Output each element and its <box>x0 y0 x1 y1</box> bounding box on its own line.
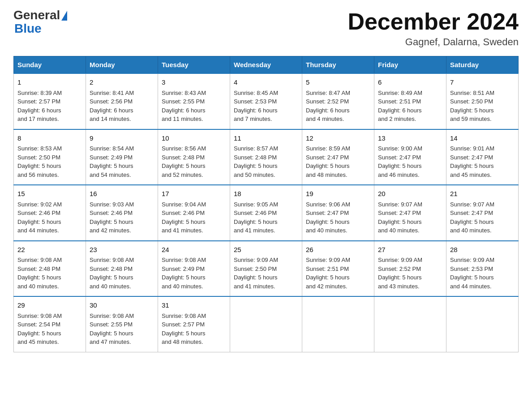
day-number: 9 <box>90 133 154 144</box>
calendar-cell: 31Sunrise: 9:08 AM Sunset: 2:57 PM Dayli… <box>158 296 230 352</box>
day-number: 22 <box>17 245 82 255</box>
day-number: 21 <box>450 189 515 199</box>
calendar-body: 1Sunrise: 8:39 AM Sunset: 2:57 PM Daylig… <box>14 73 519 352</box>
location-title: Gagnef, Dalarna, Sweden <box>348 36 519 48</box>
calendar-cell: 29Sunrise: 9:08 AM Sunset: 2:54 PM Dayli… <box>14 296 86 352</box>
calendar-cell: 19Sunrise: 9:06 AM Sunset: 2:47 PM Dayli… <box>302 185 374 241</box>
calendar-cell: 8Sunrise: 8:53 AM Sunset: 2:50 PM Daylig… <box>14 129 86 185</box>
calendar-cell: 13Sunrise: 9:00 AM Sunset: 2:47 PM Dayli… <box>374 129 446 185</box>
calendar-cell: 15Sunrise: 9:02 AM Sunset: 2:46 PM Dayli… <box>14 185 86 241</box>
day-info: Sunrise: 9:09 AM Sunset: 2:53 PM Dayligh… <box>450 256 515 291</box>
day-info: Sunrise: 8:57 AM Sunset: 2:48 PM Dayligh… <box>234 144 298 179</box>
logo-blue: Blue <box>14 21 42 35</box>
day-number: 3 <box>162 77 226 88</box>
day-info: Sunrise: 8:56 AM Sunset: 2:48 PM Dayligh… <box>162 144 226 179</box>
day-number: 4 <box>234 77 298 88</box>
day-number: 2 <box>90 77 154 88</box>
day-number: 19 <box>306 189 370 199</box>
calendar-table: SundayMondayTuesdayWednesdayThursdayFrid… <box>13 56 519 352</box>
header-saturday: Saturday <box>446 56 519 74</box>
page-header: General Blue December 2024 Gagnef, Dalar… <box>13 9 519 48</box>
day-info: Sunrise: 9:04 AM Sunset: 2:46 PM Dayligh… <box>162 200 226 235</box>
day-number: 5 <box>306 77 370 88</box>
day-number: 6 <box>378 77 442 88</box>
calendar-cell: 22Sunrise: 9:08 AM Sunset: 2:48 PM Dayli… <box>14 241 86 297</box>
calendar-row: 15Sunrise: 9:02 AM Sunset: 2:46 PM Dayli… <box>14 185 519 241</box>
day-number: 31 <box>162 300 226 311</box>
month-year-title: December 2024 <box>348 9 519 34</box>
calendar-cell: 25Sunrise: 9:09 AM Sunset: 2:50 PM Dayli… <box>230 241 302 297</box>
calendar-cell: 10Sunrise: 8:56 AM Sunset: 2:48 PM Dayli… <box>158 129 230 185</box>
day-number: 28 <box>450 245 515 255</box>
logo-triangle-icon <box>61 11 67 21</box>
calendar-cell <box>374 296 446 352</box>
logo: General Blue <box>13 9 67 36</box>
day-info: Sunrise: 8:53 AM Sunset: 2:50 PM Dayligh… <box>17 144 82 179</box>
day-number: 18 <box>234 189 298 199</box>
day-number: 14 <box>450 133 515 144</box>
calendar-cell <box>230 296 302 352</box>
day-number: 26 <box>306 245 370 255</box>
calendar-row: 22Sunrise: 9:08 AM Sunset: 2:48 PM Dayli… <box>14 241 519 297</box>
day-number: 8 <box>17 133 82 144</box>
calendar-cell: 14Sunrise: 9:01 AM Sunset: 2:47 PM Dayli… <box>446 129 519 185</box>
header-friday: Friday <box>374 56 446 74</box>
day-info: Sunrise: 8:59 AM Sunset: 2:47 PM Dayligh… <box>306 144 370 179</box>
day-info: Sunrise: 9:07 AM Sunset: 2:47 PM Dayligh… <box>450 200 515 235</box>
calendar-cell: 23Sunrise: 9:08 AM Sunset: 2:48 PM Dayli… <box>86 241 158 297</box>
day-info: Sunrise: 9:05 AM Sunset: 2:46 PM Dayligh… <box>234 200 298 235</box>
calendar-cell: 7Sunrise: 8:51 AM Sunset: 2:50 PM Daylig… <box>446 73 519 129</box>
day-number: 13 <box>378 133 442 144</box>
day-info: Sunrise: 9:08 AM Sunset: 2:49 PM Dayligh… <box>162 256 226 291</box>
header-row: SundayMondayTuesdayWednesdayThursdayFrid… <box>14 56 519 74</box>
header-tuesday: Tuesday <box>158 56 230 74</box>
calendar-cell: 20Sunrise: 9:07 AM Sunset: 2:47 PM Dayli… <box>374 185 446 241</box>
day-number: 24 <box>162 245 226 255</box>
day-number: 15 <box>17 189 82 199</box>
day-info: Sunrise: 8:41 AM Sunset: 2:56 PM Dayligh… <box>90 89 154 124</box>
calendar-cell: 2Sunrise: 8:41 AM Sunset: 2:56 PM Daylig… <box>86 73 158 129</box>
day-info: Sunrise: 9:09 AM Sunset: 2:50 PM Dayligh… <box>234 256 298 291</box>
calendar-cell: 18Sunrise: 9:05 AM Sunset: 2:46 PM Dayli… <box>230 185 302 241</box>
day-number: 29 <box>17 300 82 311</box>
header-wednesday: Wednesday <box>230 56 302 74</box>
calendar-cell: 1Sunrise: 8:39 AM Sunset: 2:57 PM Daylig… <box>14 73 86 129</box>
calendar-cell: 3Sunrise: 8:43 AM Sunset: 2:55 PM Daylig… <box>158 73 230 129</box>
day-info: Sunrise: 8:47 AM Sunset: 2:52 PM Dayligh… <box>306 89 370 124</box>
day-number: 11 <box>234 133 298 144</box>
day-number: 10 <box>162 133 226 144</box>
day-info: Sunrise: 9:09 AM Sunset: 2:52 PM Dayligh… <box>378 256 442 291</box>
calendar-cell: 24Sunrise: 9:08 AM Sunset: 2:49 PM Dayli… <box>158 241 230 297</box>
day-info: Sunrise: 9:00 AM Sunset: 2:47 PM Dayligh… <box>378 144 442 179</box>
day-number: 16 <box>90 189 154 199</box>
calendar-cell: 9Sunrise: 8:54 AM Sunset: 2:49 PM Daylig… <box>86 129 158 185</box>
title-area: December 2024 Gagnef, Dalarna, Sweden <box>348 9 519 48</box>
day-info: Sunrise: 9:03 AM Sunset: 2:46 PM Dayligh… <box>90 200 154 235</box>
calendar-row: 29Sunrise: 9:08 AM Sunset: 2:54 PM Dayli… <box>14 296 519 352</box>
calendar-row: 8Sunrise: 8:53 AM Sunset: 2:50 PM Daylig… <box>14 129 519 185</box>
logo-general: General <box>13 9 60 21</box>
day-number: 17 <box>162 189 226 199</box>
day-number: 23 <box>90 245 154 255</box>
day-number: 20 <box>378 189 442 199</box>
day-info: Sunrise: 8:51 AM Sunset: 2:50 PM Dayligh… <box>450 89 515 124</box>
calendar-cell <box>302 296 374 352</box>
day-number: 27 <box>378 245 442 255</box>
calendar-cell: 28Sunrise: 9:09 AM Sunset: 2:53 PM Dayli… <box>446 241 519 297</box>
calendar-cell: 5Sunrise: 8:47 AM Sunset: 2:52 PM Daylig… <box>302 73 374 129</box>
day-info: Sunrise: 9:08 AM Sunset: 2:48 PM Dayligh… <box>90 256 154 291</box>
calendar-cell: 11Sunrise: 8:57 AM Sunset: 2:48 PM Dayli… <box>230 129 302 185</box>
day-info: Sunrise: 8:54 AM Sunset: 2:49 PM Dayligh… <box>90 144 154 179</box>
day-info: Sunrise: 9:08 AM Sunset: 2:48 PM Dayligh… <box>17 256 82 291</box>
day-info: Sunrise: 9:01 AM Sunset: 2:47 PM Dayligh… <box>450 144 515 179</box>
day-number: 12 <box>306 133 370 144</box>
day-info: Sunrise: 9:09 AM Sunset: 2:51 PM Dayligh… <box>306 256 370 291</box>
calendar-cell: 17Sunrise: 9:04 AM Sunset: 2:46 PM Dayli… <box>158 185 230 241</box>
calendar-cell: 27Sunrise: 9:09 AM Sunset: 2:52 PM Dayli… <box>374 241 446 297</box>
header-monday: Monday <box>86 56 158 74</box>
day-number: 25 <box>234 245 298 255</box>
day-number: 7 <box>450 77 515 88</box>
calendar-cell: 21Sunrise: 9:07 AM Sunset: 2:47 PM Dayli… <box>446 185 519 241</box>
calendar-cell <box>446 296 519 352</box>
day-info: Sunrise: 8:39 AM Sunset: 2:57 PM Dayligh… <box>17 89 82 124</box>
